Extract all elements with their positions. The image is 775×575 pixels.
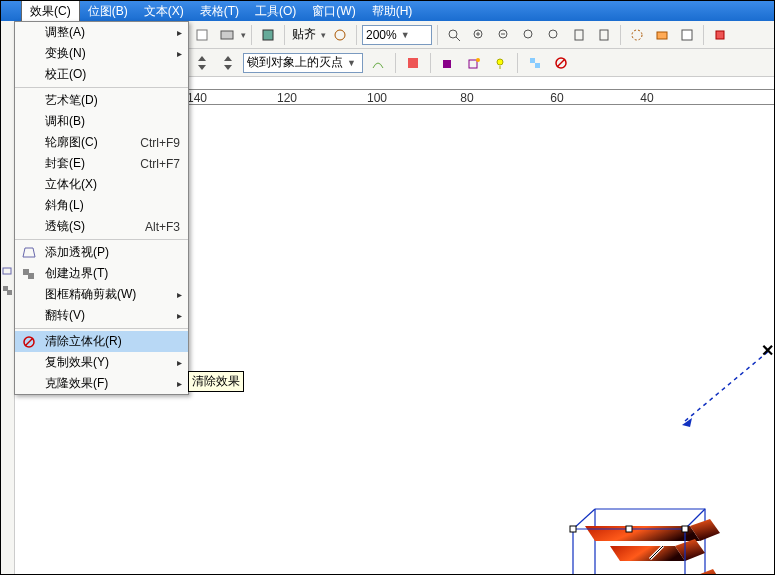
separator [15,239,188,240]
svg-marker-21 [224,56,232,61]
svg-marker-22 [224,65,232,70]
left-tool-icon[interactable] [1,281,15,301]
svg-rect-24 [443,60,451,68]
svg-rect-55 [682,526,688,532]
perspective-icon [21,245,37,261]
zoom-out-icon[interactable] [493,24,515,46]
svg-point-27 [497,59,503,65]
svg-rect-25 [469,60,477,68]
svg-rect-2 [263,30,273,40]
svg-rect-13 [575,30,583,40]
menu-boundary[interactable]: 创建边界(T) [15,263,188,284]
menu-text[interactable]: 文本(X) [136,1,192,22]
boundary-icon [21,266,37,282]
tool-btn[interactable] [676,24,698,46]
zoom-width-icon[interactable] [593,24,615,46]
extruded-object[interactable]: ✕ [555,501,715,575]
svg-marker-19 [198,56,206,61]
menu-window[interactable]: 窗口(W) [304,1,363,22]
tool-btn[interactable] [709,24,731,46]
svg-point-26 [476,58,480,62]
vanishing-line [685,350,770,421]
svg-rect-16 [657,32,667,39]
clear-extrude-icon[interactable] [550,52,572,74]
tool-btn[interactable] [329,24,351,46]
menu-flip[interactable]: 翻转(V) [15,305,188,326]
tool-btn[interactable] [257,24,279,46]
tool-btn[interactable] [626,24,648,46]
menu-correct[interactable]: 校正(O) [15,64,188,85]
menu-powerclip[interactable]: 图框精确剪裁(W) [15,284,188,305]
vanishing-point-icon[interactable]: ✕ [761,341,774,360]
svg-rect-0 [197,30,207,40]
separator [15,328,188,329]
menu-help[interactable]: 帮助(H) [364,1,421,22]
svg-marker-36 [23,248,35,257]
svg-point-3 [335,30,345,40]
svg-rect-54 [570,526,576,532]
tool-btn[interactable] [437,52,459,74]
glyph-shape [580,519,723,575]
tooltip: 清除效果 [188,371,244,392]
menu-bevel[interactable]: 斜角(L) [15,195,188,216]
menu-copy-effect[interactable]: 复制效果(Y) [15,352,188,373]
menu-perspective[interactable]: 添加透视(P) [15,242,188,263]
svg-rect-1 [221,31,233,39]
menu-contour[interactable]: 轮廓图(C)Ctrl+F9 [15,132,188,153]
separator [430,53,431,73]
menu-lens[interactable]: 透镜(S)Alt+F3 [15,216,188,237]
zoom-tool-icon[interactable] [443,24,465,46]
snap-label: 贴齐 [290,26,318,43]
svg-rect-29 [530,58,535,63]
tool-btn[interactable] [367,52,389,74]
tool-btn[interactable] [651,24,673,46]
vanish-label: 锁到对象上的灭点 [247,54,343,71]
separator [356,25,357,45]
separator [284,25,285,45]
left-strip [1,21,15,574]
menu-tools[interactable]: 工具(O) [247,1,304,22]
tool-btn[interactable] [402,52,424,74]
left-tool-icon[interactable] [1,261,15,281]
svg-rect-58 [626,526,632,532]
menu-bitmap[interactable]: 位图(B) [80,1,136,22]
menu-artbrush[interactable]: 艺术笔(D) [15,90,188,111]
svg-point-15 [632,30,642,40]
menu-transform[interactable]: 变换(N) [15,43,188,64]
clear-icon [21,334,37,350]
menu-extrude[interactable]: 立体化(X) [15,174,188,195]
menu-clear-extrude[interactable]: 清除立体化(R) [15,331,188,352]
tool-btn[interactable] [216,24,238,46]
menu-adjust[interactable]: 调整(A) [15,22,188,43]
menu-table[interactable]: 表格(T) [192,1,247,22]
separator [620,25,621,45]
svg-line-32 [557,59,565,67]
separator [251,25,252,45]
zoom-page-icon[interactable] [568,24,590,46]
zoom-fit-icon[interactable] [518,24,540,46]
menu-blend[interactable]: 调和(B) [15,111,188,132]
svg-line-5 [456,37,460,41]
spinner[interactable] [191,52,213,74]
tool-btn[interactable] [191,24,213,46]
svg-point-11 [524,30,532,38]
separator [703,25,704,45]
vanish-combo[interactable]: 锁到对象上的灭点 ▼ [243,53,363,73]
tool-btn[interactable] [463,52,485,74]
svg-rect-38 [28,273,34,279]
zoom-sel-icon[interactable] [543,24,565,46]
menu-clone-effect[interactable]: 克隆效果(F) [15,373,188,394]
menu-envelope[interactable]: 封套(E)Ctrl+F7 [15,153,188,174]
zoom-combo[interactable]: 200% ▼ [362,25,432,45]
separator [395,53,396,73]
menu-effects[interactable]: 效果(C) [21,0,80,22]
svg-rect-35 [7,290,12,295]
svg-rect-14 [600,30,608,40]
separator [15,87,188,88]
spinner[interactable] [217,52,239,74]
menubar: 效果(C) 位图(B) 文本(X) 表格(T) 工具(O) 窗口(W) 帮助(H… [1,1,774,21]
tool-btn[interactable] [524,52,546,74]
zoom-value: 200% [366,28,397,42]
light-icon[interactable] [489,52,511,74]
zoom-in-icon[interactable] [468,24,490,46]
